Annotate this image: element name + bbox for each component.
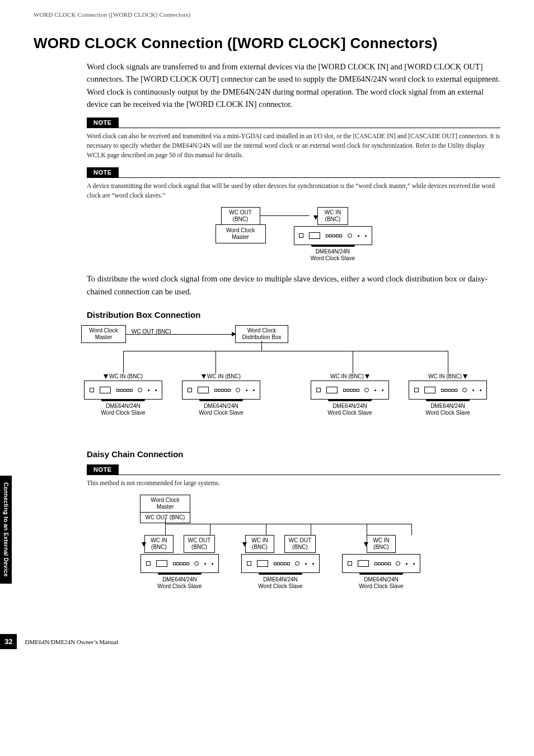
footer-text: DME64N/DME24N Owner’s Manual bbox=[25, 638, 118, 645]
slave-label: Word Clock Slave bbox=[327, 410, 372, 416]
device-label: DME64N/24N bbox=[162, 576, 197, 583]
device-icon bbox=[294, 226, 372, 245]
device-icon bbox=[409, 381, 487, 400]
note-body: A device transmitting the word clock sig… bbox=[87, 181, 500, 201]
subheading-distribution: Distribution Box Connection bbox=[87, 310, 500, 320]
wc-in-label: WC IN(BNC) bbox=[317, 207, 348, 225]
note-block-2: NOTE A device transmitting the word cloc… bbox=[34, 167, 500, 201]
page-footer: 32 DME64N/DME24N Owner’s Manual bbox=[0, 634, 118, 649]
slave-label: Word Clock Slave bbox=[425, 410, 470, 416]
slave-label: Word Clock Slave bbox=[359, 583, 403, 589]
note-body: Word clock can also be received and tran… bbox=[87, 132, 500, 161]
side-tab: Connecting to an External Device bbox=[0, 476, 12, 584]
slave-label: Word Clock Slave bbox=[101, 410, 145, 416]
wc-in-label: WC IN (BNC) bbox=[109, 373, 143, 379]
wc-in-label: WC IN(BNC) bbox=[367, 535, 396, 553]
diagram-basic: WC OUT(BNC) Word Clock Master WC IN(BNC)… bbox=[87, 207, 500, 261]
device-icon bbox=[311, 381, 389, 400]
mid-paragraph: To distribute the word clock signal from… bbox=[87, 273, 500, 298]
slave-label: Word Clock Slave bbox=[311, 255, 355, 261]
wc-in-label: WC IN (BNC) bbox=[207, 373, 241, 379]
device-icon bbox=[182, 381, 260, 400]
intro-paragraph: Word clock signals are transferred to an… bbox=[87, 60, 500, 111]
note-block-1: NOTE Word clock can also be received and… bbox=[34, 118, 500, 161]
section-title: WORD CLOCK Connection ([WORD CLOCK] Conn… bbox=[34, 35, 500, 52]
note-label: NOTE bbox=[87, 118, 119, 128]
note-block-3: NOTE This method is not recommended for … bbox=[34, 464, 500, 488]
slave-label: Word Clock Slave bbox=[199, 410, 243, 416]
device-icon bbox=[342, 554, 420, 573]
device-icon bbox=[84, 381, 162, 400]
device-label: DME64N/24N bbox=[364, 576, 399, 583]
master-box: Word Clock Master bbox=[81, 325, 126, 343]
master-box: Word Clock Master bbox=[140, 495, 190, 513]
device-label: DME64N/24N bbox=[263, 576, 298, 583]
device-label: DME64N/24N bbox=[106, 403, 140, 409]
device-label: DME64N/24N bbox=[332, 403, 367, 409]
wc-in-label: WC IN (BNC) bbox=[330, 373, 364, 379]
device-icon bbox=[140, 554, 219, 573]
device-label: DME64N/24N bbox=[430, 403, 465, 409]
note-label: NOTE bbox=[87, 464, 119, 475]
running-header: WORD CLOCK Connection ([WORD CLOCK] Conn… bbox=[34, 11, 500, 18]
wc-out-label: WC OUT(BNC) bbox=[221, 207, 260, 225]
slave-label: Word Clock Slave bbox=[258, 583, 302, 589]
subheading-daisy: Daisy Chain Connection bbox=[87, 449, 500, 459]
wc-in-label: WC IN(BNC) bbox=[245, 535, 274, 553]
page-number: 32 bbox=[0, 634, 17, 649]
note-body: This method is not recommended for large… bbox=[87, 478, 500, 488]
device-icon bbox=[241, 554, 320, 573]
wc-out-label: WC OUT(BNC) bbox=[184, 535, 215, 553]
diagram-daisy: Word Clock Master WC OUT (BNC) WC IN(BNC… bbox=[134, 495, 500, 607]
master-box: Word Clock Master bbox=[216, 224, 266, 243]
wc-in-label: WC IN (BNC) bbox=[428, 373, 462, 379]
diagram-distribution: Word Clock Master WC OUT (BNC) Word Cloc… bbox=[81, 325, 500, 437]
slave-label: Word Clock Slave bbox=[157, 583, 202, 589]
wc-in-label: WC IN(BNC) bbox=[144, 535, 174, 553]
note-label: NOTE bbox=[87, 167, 119, 177]
device-label: DME64N/24N bbox=[204, 403, 238, 409]
wc-out-label: WC OUT(BNC) bbox=[284, 535, 316, 553]
device-label: DME64N/24N bbox=[316, 248, 350, 255]
